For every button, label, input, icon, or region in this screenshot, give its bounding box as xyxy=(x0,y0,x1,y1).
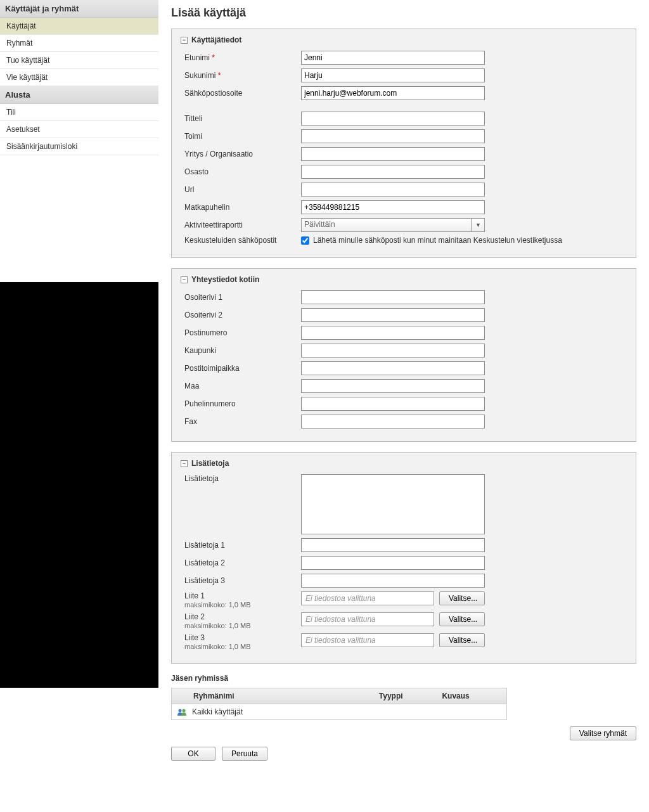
email-label: Sähköpostiosoite xyxy=(181,89,301,98)
activity-value: Päivittäin xyxy=(301,218,485,232)
attach2-label: Liite 2 xyxy=(181,612,301,621)
attach3-choose-button[interactable]: Valitse... xyxy=(439,633,485,647)
addr2-input[interactable] xyxy=(301,308,485,322)
fax-input[interactable] xyxy=(301,415,485,429)
panel-title: Yhteystiedot kotiin xyxy=(191,275,259,284)
org-input[interactable] xyxy=(301,147,485,161)
url-input[interactable] xyxy=(301,183,485,197)
table-row[interactable]: Kaikki käyttäjät xyxy=(172,704,506,719)
extra1-label: Lisätietoja 1 xyxy=(181,541,301,550)
required-icon: * xyxy=(212,53,215,62)
postoffice-label: Postitoimipaikka xyxy=(181,364,301,373)
discuss-checkbox[interactable] xyxy=(301,236,309,245)
attach2-choose-button[interactable]: Valitse... xyxy=(439,612,485,626)
postoffice-input[interactable] xyxy=(301,361,485,375)
sidebar-item-export[interactable]: Vie käyttäjät xyxy=(0,69,158,86)
panel-contact-home: − Yhteystiedot kotiin Osoiterivi 1 Osoit… xyxy=(171,268,636,442)
firstname-input[interactable] xyxy=(301,51,485,65)
attach1-label: Liite 1 xyxy=(181,591,301,600)
extra2-label: Lisätietoja 2 xyxy=(181,558,301,567)
collapse-icon[interactable]: − xyxy=(181,276,188,283)
col-desc-header: Kuvaus xyxy=(437,688,506,704)
main-content: Lisää käyttäjä − Käyttäjätiedot Etunimi … xyxy=(158,0,649,767)
col-name-header: Ryhmänimi xyxy=(172,688,374,704)
dept-input[interactable] xyxy=(301,165,485,179)
fax-label: Fax xyxy=(181,417,301,426)
attach3-label: Liite 3 xyxy=(181,633,301,642)
sidebar-item-account[interactable]: Tili xyxy=(0,104,158,121)
col-type-header: Tyyppi xyxy=(374,688,437,704)
attach1-file-display: Ei tiedostoa valittuna xyxy=(301,591,434,605)
city-input[interactable] xyxy=(301,344,485,358)
maxsize-label: maksimikoko: 1,0 MB xyxy=(184,643,301,650)
sidebar: Käyttäjät ja ryhmät Käyttäjät Ryhmät Tuo… xyxy=(0,0,158,767)
ok-button[interactable]: OK xyxy=(171,747,215,761)
sidebar-item-users[interactable]: Käyttäjät xyxy=(0,18,158,35)
addr1-label: Osoiterivi 1 xyxy=(181,293,301,302)
sidebar-item-loginlog[interactable]: Sisäänkirjautumisloki xyxy=(0,138,158,155)
activity-label: Aktiviteettiraportti xyxy=(181,221,301,229)
groups-table: Ryhmänimi Tyyppi Kuvaus Kaikki käyttäjät xyxy=(171,688,507,720)
title-label: Titteli xyxy=(181,114,301,123)
select-groups-button[interactable]: Valitse ryhmät xyxy=(570,726,636,740)
extra2-input[interactable] xyxy=(301,556,485,570)
panel-title: Käyttäjätiedot xyxy=(191,35,241,44)
mobile-input[interactable] xyxy=(301,200,485,214)
firstname-label: Etunimi xyxy=(184,53,210,62)
extra3-label: Lisätietoja 3 xyxy=(181,576,301,585)
sidebar-header-platform: Alusta xyxy=(0,86,158,104)
extra3-input[interactable] xyxy=(301,574,485,588)
discuss-check-label: Lähetä minulle sähköposti kun minut main… xyxy=(313,236,562,245)
maxsize-label: maksimikoko: 1,0 MB xyxy=(184,622,301,629)
sidebar-item-import[interactable]: Tuo käyttäjät xyxy=(0,52,158,69)
addr2-label: Osoiterivi 2 xyxy=(181,311,301,319)
phone-input[interactable] xyxy=(301,397,485,411)
extra-label: Lisätietoja xyxy=(181,474,301,483)
cancel-button[interactable]: Peruuta xyxy=(222,747,267,761)
panel-title: Lisätietoja xyxy=(191,459,229,468)
svg-point-1 xyxy=(183,709,186,712)
sidebar-blackbox xyxy=(0,282,158,688)
sidebar-item-groups[interactable]: Ryhmät xyxy=(0,35,158,52)
org-label: Yritys / Organisaatio xyxy=(181,150,301,158)
maxsize-label: maksimikoko: 1,0 MB xyxy=(184,601,301,609)
activity-select[interactable]: Päivittäin ▼ xyxy=(301,218,485,232)
panel-user-info: − Käyttäjätiedot Etunimi * Sukunimi * Sä… xyxy=(171,29,636,258)
page-title: Lisää käyttäjä xyxy=(171,6,636,20)
country-input[interactable] xyxy=(301,379,485,393)
attach1-choose-button[interactable]: Valitse... xyxy=(439,591,485,605)
title-input[interactable] xyxy=(301,112,485,126)
lastname-input[interactable] xyxy=(301,68,485,82)
extra-textarea[interactable] xyxy=(301,474,485,534)
role-input[interactable] xyxy=(301,129,485,143)
collapse-icon[interactable]: − xyxy=(181,460,188,467)
phone-label: Puhelinnumero xyxy=(181,399,301,408)
city-label: Kaupunki xyxy=(181,346,301,355)
panel-additional: − Lisätietoja Lisätietoja Lisätietoja 1 … xyxy=(171,452,636,664)
svg-point-0 xyxy=(179,709,182,712)
required-icon: * xyxy=(218,71,221,80)
role-label: Toimi xyxy=(181,132,301,141)
collapse-icon[interactable]: − xyxy=(181,37,188,44)
attach2-file-display: Ei tiedostoa valittuna xyxy=(301,612,434,626)
sidebar-header-users: Käyttäjät ja ryhmät xyxy=(0,0,158,18)
addr1-input[interactable] xyxy=(301,290,485,304)
chevron-down-icon: ▼ xyxy=(471,218,485,232)
dept-label: Osasto xyxy=(181,167,301,176)
group-icon xyxy=(177,708,187,716)
zip-input[interactable] xyxy=(301,326,485,340)
discuss-label: Keskusteluiden sähköpostit xyxy=(181,236,301,245)
email-input[interactable] xyxy=(301,86,485,100)
mobile-label: Matkapuhelin xyxy=(181,203,301,212)
sidebar-item-settings[interactable]: Asetukset xyxy=(0,121,158,138)
group-name: Kaikki käyttäjät xyxy=(192,707,243,716)
lastname-label: Sukunimi xyxy=(184,71,215,80)
url-label: Url xyxy=(181,185,301,194)
groups-section-title: Jäsen ryhmissä xyxy=(171,674,636,683)
attach3-file-display: Ei tiedostoa valittuna xyxy=(301,633,434,647)
zip-label: Postinumero xyxy=(181,328,301,337)
extra1-input[interactable] xyxy=(301,538,485,552)
country-label: Maa xyxy=(181,382,301,390)
